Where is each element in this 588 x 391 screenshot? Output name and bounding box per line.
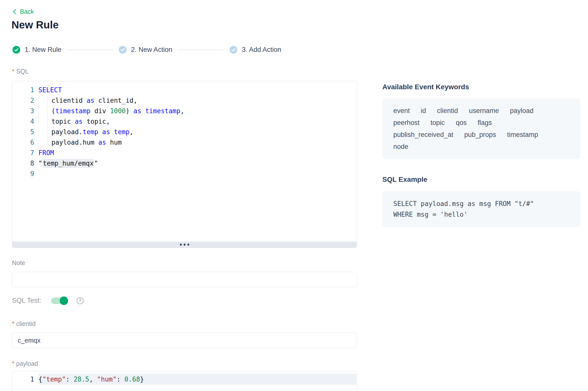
indent-guide <box>47 137 48 148</box>
step-label: 3. Add Action <box>242 46 281 54</box>
code-line-2[interactable]: 2clientid as client_id, <box>12 95 357 106</box>
back-label: Back <box>20 8 34 15</box>
code-line-7[interactable]: 7FROM <box>12 148 357 158</box>
sql-test-label: SQL Test: <box>12 297 41 304</box>
required-marker: * <box>12 68 14 75</box>
sql-test-row: SQL Test: ? <box>12 297 84 304</box>
editor-resize-handle[interactable] <box>12 242 357 248</box>
sidebar: Available Event Keywords eventidclientid… <box>382 83 581 227</box>
clientid-input[interactable] <box>12 333 357 348</box>
resize-dot <box>180 244 182 246</box>
indent-guide <box>38 116 39 127</box>
line-number: 5 <box>12 127 34 137</box>
line-number: 1 <box>12 374 34 385</box>
keyword-row: eventidclientidusernamepayload <box>393 107 570 115</box>
sql-code-area[interactable]: 1SELECT2clientid as client_id,3(timestam… <box>12 81 357 242</box>
payload-code-area[interactable]: 1{"temp": 28.5, "hum": 0.68} <box>12 371 357 385</box>
indent-guide <box>38 95 39 106</box>
sql-example-line: WHERE msg = 'hello' <box>393 209 570 220</box>
keyword-flags: flags <box>478 119 492 127</box>
sql-example-title: SQL Example <box>382 176 581 184</box>
indent-guide <box>47 106 48 116</box>
indent-guide <box>47 95 48 106</box>
check-circle-icon <box>119 46 127 54</box>
keyword-pub_props: pub_props <box>464 131 496 139</box>
line-number: 3 <box>12 106 34 116</box>
code-line-8[interactable]: 8"temp_hum/emqx" <box>12 158 357 169</box>
line-number: 8 <box>12 158 34 169</box>
required-marker: * <box>12 320 14 327</box>
page-title: New Rule <box>11 19 59 31</box>
chevron-left-icon <box>12 8 17 15</box>
indent-guide <box>38 106 39 116</box>
keyword-qos: qos <box>456 119 467 127</box>
keyword-row: node <box>393 143 570 151</box>
steps-bar: 1. New Rule2. New Action3. Add Action <box>12 46 281 54</box>
clientid-field-label: *clientid <box>12 320 36 327</box>
keyword-row: peerhosttopicqosflags <box>393 119 570 127</box>
line-number: 2 <box>12 95 34 106</box>
line-number: 1 <box>12 85 34 95</box>
payload-editor[interactable]: 1{"temp": 28.5, "hum": 0.68} <box>12 371 357 391</box>
keywords-title: Available Event Keywords <box>382 83 581 91</box>
code-line-9[interactable]: 9 <box>12 169 357 179</box>
keyword-timestamp: timestamp <box>507 131 538 139</box>
indent-guide <box>38 127 39 137</box>
check-circle-icon <box>12 46 20 54</box>
line-number: 6 <box>12 137 34 148</box>
keyword-username: username <box>469 107 499 115</box>
step-1[interactable]: 1. New Rule <box>12 46 61 54</box>
keyword-row: publish_received_atpub_propstimestamp <box>393 131 570 139</box>
code-line-4[interactable]: 4topic as topic, <box>12 116 357 127</box>
keyword-topic: topic <box>431 119 445 127</box>
keyword-payload: payload <box>510 107 534 115</box>
sql-example-box: SELECT payload.msg as msg FROM "t/#"WHER… <box>382 191 581 227</box>
resize-dot <box>184 244 185 246</box>
keyword-peerhost: peerhost <box>393 119 420 127</box>
step-label: 2. New Action <box>131 46 172 54</box>
payload-field-label: *payload <box>12 360 38 367</box>
step-label: 1. New Rule <box>25 46 61 54</box>
keyword-publish_received_at: publish_received_at <box>393 131 453 139</box>
indent-guide <box>38 137 39 148</box>
check-circle-icon <box>230 46 237 54</box>
step-3[interactable]: 3. Add Action <box>230 46 281 54</box>
code-line-1[interactable]: 1{"temp": 28.5, "hum": 0.68} <box>12 374 357 385</box>
step-connector <box>178 50 224 50</box>
keyword-clientid: clientid <box>437 107 458 115</box>
note-input[interactable] <box>12 272 357 287</box>
keyword-id: id <box>421 107 426 115</box>
toggle-knob <box>60 296 68 305</box>
step-2[interactable]: 2. New Action <box>119 46 172 54</box>
indent-guide <box>47 127 48 137</box>
back-link[interactable]: Back <box>12 8 34 15</box>
required-marker: * <box>12 360 14 367</box>
keyword-node: node <box>393 143 408 151</box>
code-line-3[interactable]: 3(timestamp div 1000) as timestamp, <box>12 106 357 116</box>
event-keywords-box: eventidclientidusernamepayloadpeerhostto… <box>382 98 581 159</box>
sql-editor[interactable]: 1SELECT2clientid as client_id,3(timestam… <box>12 81 357 248</box>
line-number: 7 <box>12 148 34 158</box>
code-line-5[interactable]: 5payload.temp as temp, <box>12 127 357 137</box>
code-line-6[interactable]: 6payload.hum as hum <box>12 137 357 148</box>
line-number: 9 <box>12 169 34 179</box>
note-field-label: Note <box>12 259 25 267</box>
resize-dot <box>187 244 189 246</box>
help-icon[interactable]: ? <box>77 297 84 304</box>
indent-guide <box>47 116 48 127</box>
sql-example-line: SELECT payload.msg as msg FROM "t/#" <box>393 198 570 209</box>
sql-test-toggle[interactable] <box>51 297 68 304</box>
keyword-event: event <box>393 107 410 115</box>
step-connector <box>67 50 113 50</box>
code-line-1[interactable]: 1SELECT <box>12 85 357 95</box>
sql-field-label: *SQL <box>12 68 29 75</box>
line-number: 4 <box>12 116 34 127</box>
